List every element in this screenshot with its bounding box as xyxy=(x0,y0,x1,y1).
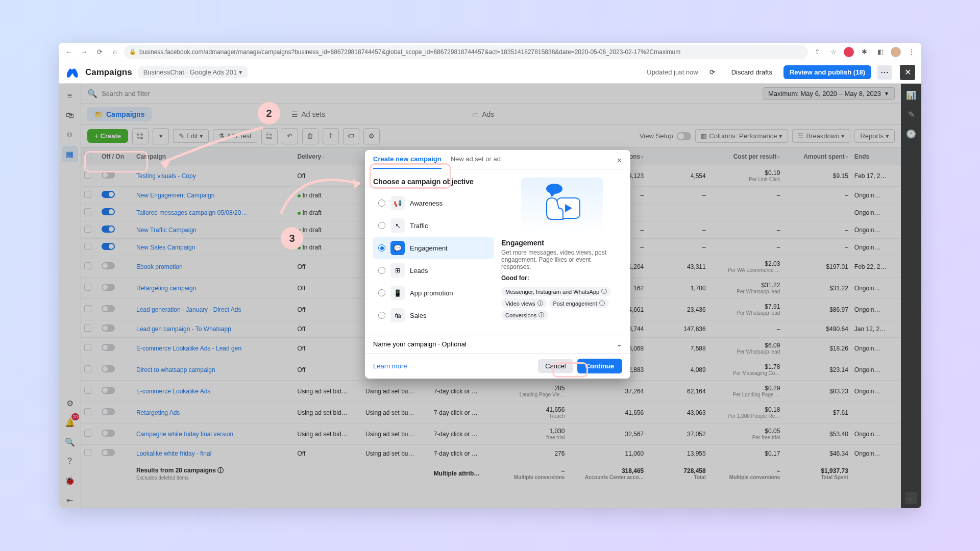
row-checkbox[interactable] xyxy=(84,226,91,233)
undo-icon[interactable]: ↶ xyxy=(282,128,298,144)
campaign-name[interactable]: New Engagement Campaign xyxy=(133,187,295,204)
row-toggle[interactable] xyxy=(102,208,115,215)
objective-traffic[interactable]: ↖ Traffic xyxy=(373,214,494,237)
cart-icon[interactable]: 🛍 xyxy=(62,107,78,123)
more-icon[interactable]: ⋯ xyxy=(877,65,892,80)
col-ends[interactable]: Ends xyxy=(854,153,869,160)
row-checkbox[interactable] xyxy=(84,171,91,179)
row-toggle[interactable] xyxy=(102,305,115,312)
puzzle-icon[interactable]: ✱ xyxy=(858,46,870,58)
edit-button[interactable]: ✎ Edit ▾ xyxy=(173,129,209,143)
campaign-name[interactable]: E-commerce Lookalike Ads - Lead gen xyxy=(133,338,295,359)
reload-icon[interactable]: ⟳ xyxy=(93,46,106,58)
row-toggle[interactable] xyxy=(102,324,115,332)
tag-icon[interactable]: 🏷 xyxy=(343,128,359,144)
review-publish-button[interactable]: Review and publish (18) xyxy=(783,65,871,79)
row-toggle[interactable] xyxy=(102,365,115,372)
row-toggle[interactable] xyxy=(102,387,115,394)
modal-tab-new-adset[interactable]: New ad set or ad xyxy=(451,155,501,169)
delete-icon[interactable]: 🗑 xyxy=(302,128,318,144)
collapse-icon[interactable]: ⇤ xyxy=(62,492,78,508)
url-bar[interactable]: 🔒 business.facebook.com/admanager/manage… xyxy=(124,45,808,59)
row-checkbox[interactable] xyxy=(84,243,91,250)
row-toggle[interactable] xyxy=(102,430,115,437)
col-off-on[interactable]: Off / On xyxy=(99,148,133,165)
campaign-name[interactable]: Direct to whatsapp campaign xyxy=(133,359,295,381)
row-checkbox[interactable] xyxy=(84,387,91,394)
objective-sales[interactable]: 🛍 Sales xyxy=(373,304,494,327)
objective-leads[interactable]: ⛨ Leads xyxy=(373,259,494,282)
breakdown-button[interactable]: ☰ Breakdown ▾ xyxy=(792,129,850,143)
row-checkbox[interactable] xyxy=(84,208,91,215)
row-toggle[interactable] xyxy=(102,284,115,291)
modal-tab-create[interactable]: Create new campaign xyxy=(373,155,442,169)
tab-campaigns[interactable]: 📁 Campaigns xyxy=(87,107,152,121)
campaign-name[interactable]: Lookalike white friday - final xyxy=(133,445,295,462)
row-checkbox[interactable] xyxy=(84,305,91,312)
gear-icon[interactable]: ⚙ xyxy=(62,395,78,411)
discard-drafts-button[interactable]: Discard drafts xyxy=(726,65,777,79)
row-toggle[interactable] xyxy=(102,449,115,456)
rules-icon[interactable]: ⚙ xyxy=(363,128,380,144)
cancel-button[interactable]: Cancel xyxy=(538,359,573,373)
bell-icon[interactable]: 🔔20 xyxy=(62,414,78,431)
row-toggle[interactable] xyxy=(102,171,115,179)
close-panel-icon[interactable]: ✕ xyxy=(900,65,915,80)
row-checkbox[interactable] xyxy=(84,449,91,456)
continue-button[interactable]: Continue xyxy=(577,359,622,373)
select-all-checkbox[interactable] xyxy=(84,152,91,159)
row-checkbox[interactable] xyxy=(84,284,91,291)
columns-button[interactable]: ▥ Columns: Performance ▾ xyxy=(695,129,788,143)
refresh-icon[interactable]: ⟳ xyxy=(704,65,720,79)
campaign-name[interactable]: New Sales Campaign xyxy=(133,239,295,256)
campaign-name[interactable]: Lead gen campaign - To Whatsapp xyxy=(133,320,295,338)
objective-app-promotion[interactable]: 📱 App promotion xyxy=(373,282,494,304)
chart-icon[interactable]: 📊 xyxy=(905,89,917,101)
row-toggle[interactable] xyxy=(102,344,115,351)
emoji-icon[interactable]: ☺ xyxy=(62,127,78,143)
bug-icon[interactable]: 🐞 xyxy=(62,472,78,489)
tab-ads[interactable]: ▭ Ads xyxy=(465,107,501,121)
row-toggle[interactable] xyxy=(102,408,115,415)
row-toggle[interactable] xyxy=(102,226,115,233)
forward-icon[interactable]: → xyxy=(78,46,90,58)
objective-awareness[interactable]: 📢 Awareness xyxy=(373,192,494,214)
kebab-icon[interactable]: ⋮ xyxy=(905,46,917,58)
edit-panel-icon[interactable]: ✎ xyxy=(905,108,917,120)
duplicate-icon[interactable]: ⿻ xyxy=(132,128,149,144)
row-toggle[interactable] xyxy=(102,262,115,269)
export-icon[interactable]: ⤴ xyxy=(323,128,339,144)
campaign-name[interactable]: Retargeting campaign xyxy=(133,278,295,299)
table-row[interactable]: E-commerce Lookalike Ads Using ad set bi… xyxy=(81,381,901,402)
campaign-name[interactable]: Testing visuals - Copy xyxy=(133,165,295,187)
row-checkbox[interactable] xyxy=(84,191,91,198)
share-icon[interactable]: ⇧ xyxy=(811,46,823,58)
search-input[interactable]: Search and filter xyxy=(102,90,758,97)
back-icon[interactable]: ← xyxy=(63,46,75,58)
row-checkbox[interactable] xyxy=(84,262,91,269)
campaign-name[interactable]: Lead generation - January - Direct Ads xyxy=(133,299,295,320)
campaign-name[interactable]: E-commerce Lookalike Ads xyxy=(133,381,295,402)
menu-icon[interactable]: ≡ xyxy=(62,88,78,104)
view-setup-toggle[interactable] xyxy=(677,132,691,140)
col-delivery[interactable]: Delivery xyxy=(298,153,322,160)
chevron-down-icon[interactable]: ▾ xyxy=(153,128,169,144)
search-rail-icon[interactable]: 🔍 xyxy=(62,434,78,450)
ab-test-button[interactable]: ⚗ A/B Test xyxy=(213,129,257,143)
table-row[interactable]: Retargeting Ads Using ad set bid… Using … xyxy=(81,402,901,423)
table-icon[interactable]: ▦ xyxy=(62,146,78,162)
col-campaign[interactable]: Campaign xyxy=(136,153,166,160)
table-row[interactable]: Lookalike white friday - final Off Using… xyxy=(81,445,901,462)
avatar[interactable] xyxy=(891,47,901,57)
account-selector[interactable]: BusinessChat · Google Ads 201 ▾ xyxy=(138,66,248,78)
row-checkbox[interactable] xyxy=(84,365,91,372)
row-checkbox[interactable] xyxy=(84,430,91,437)
campaign-name[interactable]: Campagne white friday final version xyxy=(133,423,295,445)
create-button[interactable]: + Create xyxy=(87,129,128,143)
objective-engagement[interactable]: 💬 Engagement xyxy=(373,237,494,259)
sidebar-icon[interactable]: ◧ xyxy=(874,46,887,58)
help-icon[interactable]: ? xyxy=(62,453,78,469)
date-range-selector[interactable]: Maximum: May 6, 2020 – May 8, 2023▼ xyxy=(763,87,895,100)
name-campaign-row[interactable]: Name your campaign · Optional ⌄ xyxy=(365,335,630,353)
col-cost[interactable]: Cost per result xyxy=(733,153,777,160)
